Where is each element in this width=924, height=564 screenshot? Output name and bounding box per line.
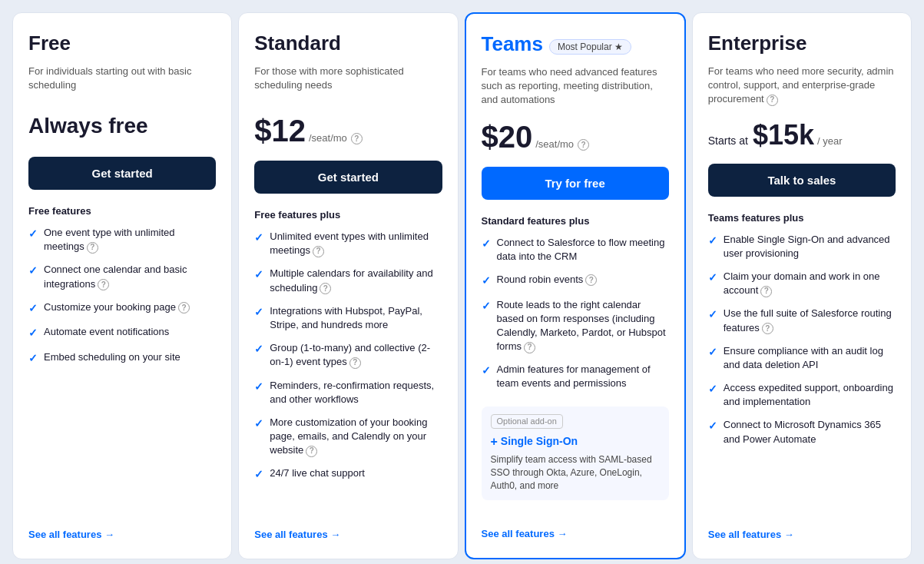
plan-desc: For teams who need advanced features suc… (482, 65, 669, 108)
feature-list: ✓ One event type with unlimited meetings… (28, 226, 216, 516)
feature-text: Group (1-to-many) and collective (2-on-1… (270, 341, 442, 369)
feature-text: Ensure compliance with an audit log and … (724, 344, 896, 372)
plan-price: $12 /seat/mo ? (254, 114, 442, 148)
see-all-features-link[interactable]: See all features → (708, 529, 896, 540)
check-icon: ✓ (482, 274, 491, 289)
feature-question-icon[interactable]: ? (306, 446, 317, 457)
plan-card-free: Free For individuals starting out with b… (12, 12, 232, 559)
feature-question-icon[interactable]: ? (349, 357, 361, 369)
feature-text: Access expedited support, onboarding and… (724, 381, 896, 409)
feature-item: ✓ Connect to Microsoft Dynamics 365 and … (708, 418, 896, 446)
feature-text: Unlimited event types with unlimited mee… (270, 230, 442, 257)
price-question-icon[interactable]: ? (351, 133, 363, 144)
feature-item: ✓ Admin features for management of team … (482, 363, 669, 390)
feature-item: ✓ Group (1-to-many) and collective (2-on… (254, 341, 442, 369)
feature-question-icon[interactable]: ? (762, 323, 773, 334)
see-all-features-link[interactable]: See all features → (28, 529, 216, 540)
feature-item: ✓ 24/7 live chat support (254, 466, 442, 483)
feature-text: Admin features for management of team ev… (497, 363, 669, 390)
feature-question-icon[interactable]: ? (320, 283, 331, 294)
feature-question-icon[interactable]: ? (98, 279, 109, 290)
feature-text: Connect to Microsoft Dynamics 365 and Po… (724, 418, 896, 446)
feature-text: One event type with unlimited meetings? (44, 226, 216, 254)
check-icon: ✓ (28, 301, 38, 317)
check-icon: ✓ (254, 231, 263, 246)
feature-text: Integrations with Hubspot, PayPal, Strip… (270, 304, 442, 332)
optional-addon-item: Optional add-on + Single Sign-On Simplif… (482, 400, 669, 506)
plan-name-row: Standard (254, 32, 442, 60)
feature-question-icon[interactable]: ? (313, 246, 324, 257)
plan-name: Free (28, 32, 71, 55)
plans-container: Free For individuals starting out with b… (12, 12, 912, 559)
feature-item: ✓ Embed scheduling on your site (28, 350, 216, 367)
plan-name-row: Teams Most Popular ★ (482, 32, 669, 61)
addon-title-text: Single Sign-On (501, 434, 578, 450)
price-question-icon[interactable]: ? (578, 139, 589, 151)
feature-question-icon[interactable]: ? (87, 242, 98, 254)
feature-question-icon[interactable]: ? (178, 302, 190, 314)
features-label: Teams features plus (708, 212, 896, 224)
feature-item: ✓ Route leads to the right calendar base… (482, 298, 669, 354)
feature-text: More customization of your booking page,… (270, 416, 442, 458)
check-icon: ✓ (482, 363, 491, 379)
feature-item: ✓ Access expedited support, onboarding a… (708, 381, 896, 409)
price-starts: Starts at (708, 134, 748, 147)
feature-text: Customize your booking page? (44, 300, 216, 314)
check-icon: ✓ (708, 419, 717, 434)
cta-button-enterprise[interactable]: Talk to sales (708, 164, 896, 197)
check-icon: ✓ (28, 351, 38, 367)
feature-item: ✓ Claim your domain and work in one acco… (708, 270, 896, 297)
plan-card-standard: Standard For those with more sophisticat… (238, 12, 458, 559)
feature-text: Multiple calendars for availability and … (270, 267, 442, 294)
feature-item: ✓ Automate event notifications (28, 325, 216, 341)
plan-name: Standard (254, 32, 341, 55)
feature-item: ✓ Connect one calendar and basic integra… (28, 263, 216, 290)
price-unit: /seat/mo (309, 132, 347, 144)
feature-item: ✓ Multiple calendars for availability an… (254, 267, 442, 294)
plan-name-row: Enterprise (708, 32, 896, 60)
feature-item: ✓ Connect to Salesforce to flow meeting … (482, 236, 669, 264)
feature-text: Reminders, re-confirmation requests, and… (270, 379, 442, 406)
feature-text: Connect to Salesforce to flow meeting da… (497, 236, 669, 264)
feature-text: Connect one calendar and basic integrati… (44, 263, 216, 290)
check-icon: ✓ (254, 305, 263, 320)
check-icon: ✓ (708, 270, 717, 286)
cta-button-free[interactable]: Get started (28, 157, 216, 190)
cta-button-teams[interactable]: Try for free (482, 167, 669, 200)
price-amount: $12 (254, 114, 306, 148)
check-icon: ✓ (254, 467, 263, 483)
feature-item: ✓ One event type with unlimited meetings… (28, 226, 216, 254)
addon-title: + Single Sign-On (491, 433, 660, 450)
check-icon: ✓ (254, 416, 263, 432)
feature-text: Round robin events? (497, 273, 669, 287)
see-all-features-link[interactable]: See all features → (482, 528, 669, 539)
desc-question-icon[interactable]: ? (767, 95, 778, 106)
feature-item: ✓ Round robin events? (482, 273, 669, 289)
feature-list: ✓ Enable Single Sign-On and advanced use… (708, 233, 896, 516)
feature-item: ✓ Use the full suite of Salesforce routi… (708, 307, 896, 334)
check-icon: ✓ (28, 326, 38, 341)
price-unit: /seat/mo (535, 138, 574, 150)
feature-question-icon[interactable]: ? (585, 274, 597, 286)
feature-text: Claim your domain and work in one accoun… (724, 270, 896, 297)
plan-desc: For individuals starting out with basic … (28, 65, 216, 101)
check-icon: ✓ (482, 237, 491, 252)
feature-text: Enable Single Sign-On and advanced user … (724, 233, 896, 260)
feature-question-icon[interactable]: ? (760, 286, 772, 297)
check-icon: ✓ (708, 307, 717, 323)
check-icon: ✓ (254, 267, 263, 283)
feature-text: Automate event notifications (44, 325, 216, 339)
plan-card-teams: Teams Most Popular ★ For teams who need … (465, 12, 686, 559)
feature-list: ✓ Unlimited event types with unlimited m… (254, 230, 442, 516)
check-icon: ✓ (708, 382, 717, 397)
plan-desc: For teams who need more security, admin … (708, 65, 896, 107)
plan-name-row: Free (28, 32, 216, 60)
feature-question-icon[interactable]: ? (524, 342, 535, 353)
addon-desc: Simplify team access with SAML-based SSO… (491, 453, 660, 492)
feature-item: ✓ Reminders, re-confirmation requests, a… (254, 379, 442, 406)
check-icon: ✓ (28, 227, 38, 242)
addon-plus-icon: + (491, 433, 498, 450)
see-all-features-link[interactable]: See all features → (254, 529, 442, 540)
cta-button-standard[interactable]: Get started (254, 161, 442, 194)
feature-item: ✓ Ensure compliance with an audit log an… (708, 344, 896, 372)
